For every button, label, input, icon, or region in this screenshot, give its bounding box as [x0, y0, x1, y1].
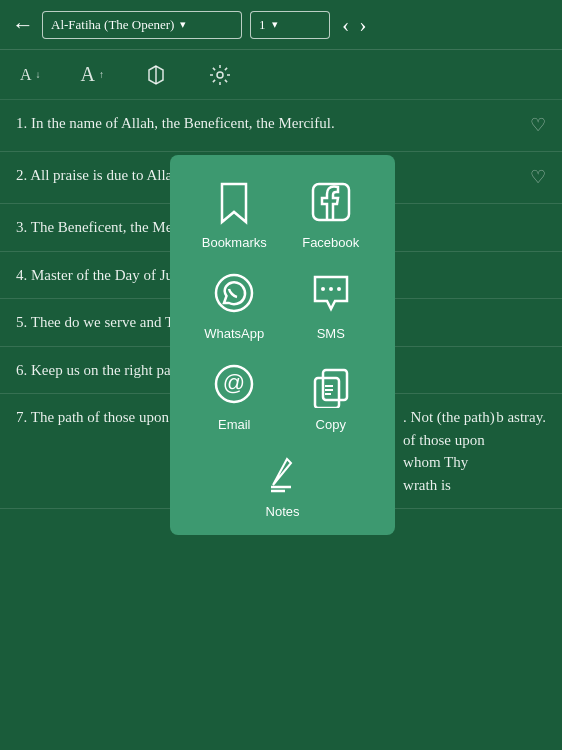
svg-rect-2: [313, 184, 349, 220]
modal-overlay: Bookmarks Facebook: [0, 0, 562, 750]
facebook-label: Facebook: [302, 235, 359, 250]
bookmarks-icon: [207, 175, 261, 229]
whatsapp-button[interactable]: WhatsApp: [186, 266, 283, 341]
sms-button[interactable]: SMS: [283, 266, 380, 341]
facebook-button[interactable]: Facebook: [283, 175, 380, 250]
svg-point-4: [321, 287, 325, 291]
notes-button[interactable]: Notes: [256, 444, 310, 519]
notes-label: Notes: [266, 504, 300, 519]
svg-text:@: @: [223, 370, 245, 395]
svg-point-5: [329, 287, 333, 291]
email-button[interactable]: @ Email: [186, 357, 283, 432]
copy-label: Copy: [316, 417, 346, 432]
svg-point-3: [216, 275, 252, 311]
copy-button[interactable]: Copy: [283, 357, 380, 432]
share-modal: Bookmarks Facebook: [170, 155, 395, 535]
email-label: Email: [218, 417, 251, 432]
whatsapp-label: WhatsApp: [204, 326, 264, 341]
modal-bottom-row: Notes: [186, 440, 379, 519]
bookmarks-button[interactable]: Bookmarks: [186, 175, 283, 250]
sms-label: SMS: [317, 326, 345, 341]
whatsapp-icon: [207, 266, 261, 320]
copy-icon: [304, 357, 358, 411]
svg-point-6: [337, 287, 341, 291]
facebook-icon: [304, 175, 358, 229]
email-icon: @: [207, 357, 261, 411]
modal-grid: Bookmarks Facebook: [186, 175, 379, 432]
bookmarks-label: Bookmarks: [202, 235, 267, 250]
notes-icon: [256, 444, 310, 498]
sms-icon: [304, 266, 358, 320]
